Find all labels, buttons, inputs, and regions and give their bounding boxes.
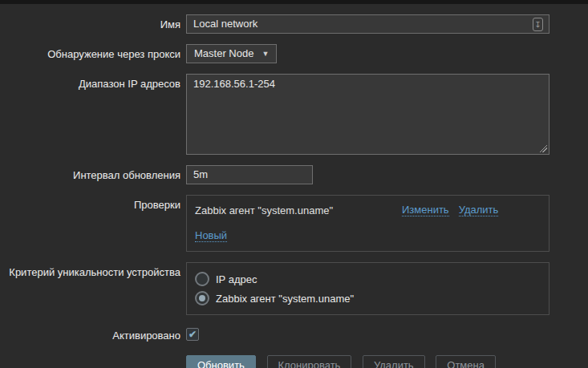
check-item-name: Zabbix агент "system.uname" [195,204,402,216]
update-button[interactable]: Обновить [186,355,256,368]
radio-icon[interactable] [195,272,209,286]
name-input[interactable]: Local network ↧ [186,14,549,34]
ip-range-label: Диапазон IP адресов [0,74,180,90]
check-list-item: Zabbix агент "system.uname" Изменить Уда… [195,202,541,220]
check-new-link[interactable]: Новый [195,229,227,242]
radio-option-ip[interactable]: IP адрес [195,272,541,286]
clone-button[interactable]: Клонировать [267,355,352,368]
row-enabled: Активировано ✔ [0,326,588,342]
row-ip-range: Диапазон IP адресов 192.168.56.1-254 [0,74,588,155]
interval-input-value: 5m [193,166,208,184]
row-name: Имя Local network ↧ [0,14,588,34]
row-buttons: Обновить Клонировать Удалить Отмена [0,355,588,368]
ip-range-textarea[interactable]: 192.168.56.1-254 [186,74,549,155]
check-mark-icon: ✔ [189,330,197,339]
discovery-rule-form: Имя Local network ↧ Обнаружение через пр… [0,4,588,368]
radio-icon[interactable] [195,291,209,305]
name-label: Имя [0,14,180,30]
enabled-label: Активировано [0,326,180,342]
check-edit-link[interactable]: Изменить [402,204,449,216]
radio-option-agent[interactable]: Zabbix агент "system.uname" [195,291,541,305]
row-uniqueness: Критерий уникальности устройства IP адре… [0,262,588,315]
cancel-button[interactable]: Отмена [436,355,496,368]
resize-handle-icon[interactable] [540,145,547,152]
checks-box: Zabbix агент "system.uname" Изменить Уда… [186,195,549,252]
interval-input[interactable]: 5m [186,165,313,184]
chevron-down-icon: ▼ [262,45,269,63]
ip-range-value: 192.168.56.1-254 [193,78,275,90]
autofill-icon[interactable]: ↧ [533,18,543,31]
row-checks: Проверки Zabbix агент "system.uname" Изм… [0,195,588,252]
uniqueness-box: IP адрес Zabbix агент "system.uname" [186,262,549,315]
row-proxy: Обнаружение через прокси Master Node ▼ [0,44,588,63]
proxy-label: Обнаружение через прокси [0,44,180,60]
interval-label: Интервал обновления [0,165,180,181]
delete-button[interactable]: Удалить [363,355,425,368]
uniqueness-label: Критерий уникальности устройства [0,262,180,278]
row-interval: Интервал обновления 5m [0,165,588,184]
check-remove-link[interactable]: Удалить [459,204,499,216]
radio-option-label: Zabbix агент "system.uname" [216,293,354,305]
radio-option-label: IP адрес [216,273,257,285]
enabled-checkbox[interactable]: ✔ [186,328,199,341]
proxy-select-value: Master Node [194,45,253,63]
checks-label: Проверки [0,195,180,211]
proxy-select[interactable]: Master Node ▼ [186,44,277,63]
name-input-value: Local network [193,15,258,33]
